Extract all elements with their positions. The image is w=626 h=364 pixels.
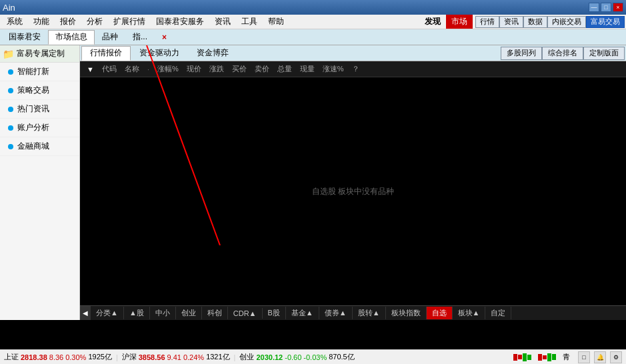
tab-variety[interactable]: 品种: [95, 30, 125, 45]
bottom-tab-sector-index[interactable]: 板块指数: [386, 307, 427, 319]
maximize-button[interactable]: □: [601, 3, 611, 12]
col-change[interactable]: 涨跌: [205, 64, 228, 74]
dot-icon-2: [8, 88, 13, 93]
col-current[interactable]: 现价: [183, 64, 205, 74]
status-hs-change: 9.41: [167, 353, 181, 361]
tab-index[interactable]: 指...: [125, 30, 155, 45]
btn-multi-stock[interactable]: 多股同列: [501, 47, 542, 60]
status-shzhen: 上证 2818.38 8.36 0.30% 1925亿: [4, 352, 112, 362]
menu-item-quote[interactable]: 报价: [55, 15, 81, 29]
sidebar-item-account[interactable]: 账户分析: [0, 119, 79, 137]
btn-custom-layout[interactable]: 定制版面: [583, 47, 625, 60]
bottom-tab-fund[interactable]: 基金▲: [286, 307, 319, 319]
sidebar-folder[interactable]: 📁 富易专属定制: [0, 45, 79, 63]
bottom-tab-category[interactable]: 分类▲: [91, 307, 124, 319]
tab-market-info[interactable]: 市场信息: [48, 30, 95, 45]
col-name[interactable]: 名称: [121, 64, 143, 74]
sidebar-item-hot-news[interactable]: 热门资讯: [0, 100, 79, 119]
bottom-tab-a-stock[interactable]: ▲股: [124, 307, 150, 319]
bottom-tab-bond[interactable]: 债券▲: [319, 307, 353, 319]
sidebar: 📁 富易专属定制 智能打新 策略交易 热门资讯 账户分析 金融商城: [0, 45, 80, 320]
col-headers: ▼ 代码 名称 · 涨幅% 现价 涨跌 买价 卖价 总量 现量 涨速% ？: [80, 61, 626, 77]
menu-item-tools[interactable]: 工具: [236, 15, 263, 29]
sidebar-item-smart-new[interactable]: 智能打新: [0, 63, 79, 81]
folder-icon: 📁: [3, 49, 14, 59]
bottom-tab-sci-tech[interactable]: 科创: [202, 307, 228, 319]
sidebar-item-finance[interactable]: 金融商城: [0, 137, 79, 156]
bottom-tabs: ◀ 分类▲ ▲股 中小 创业 科创 CDR▲ B股 基金▲ 债券▲ 股转▲ 板块…: [80, 305, 626, 320]
status-cy-vol: 870.5亿: [329, 352, 355, 362]
btn-comprehensive-rank[interactable]: 综合排名: [542, 47, 583, 60]
status-bar: 上证 2818.38 8.36 0.30% 1925亿 | 沪深 3858.56…: [0, 349, 626, 364]
dot-icon: [8, 69, 13, 75]
status-cy-value: 2030.12: [256, 353, 283, 361]
btn-quotes[interactable]: 行情: [475, 16, 499, 28]
window-controls: — □ ×: [589, 3, 623, 12]
subtab-quotes[interactable]: 行情报价: [81, 46, 131, 61]
status-sh-label: 上证: [4, 352, 19, 362]
status-mini-btn3[interactable]: ⚙: [610, 351, 622, 363]
col-speed[interactable]: 涨速%: [319, 64, 348, 74]
menu-item-system[interactable]: 系统: [1, 15, 28, 29]
tab-gtja[interactable]: 国泰君安: [1, 30, 48, 45]
status-sh-vol: 1925亿: [88, 352, 111, 362]
col-sell[interactable]: 卖价: [251, 64, 273, 74]
status-hushen: 沪深 3858.56 9.41 0.24% 1321亿: [122, 352, 230, 362]
col-buy[interactable]: 买价: [228, 64, 251, 74]
menu-item-help[interactable]: 帮助: [263, 15, 289, 29]
menu-item-extend[interactable]: 扩展行情: [108, 15, 151, 29]
tab-close[interactable]: ×: [155, 30, 174, 45]
status-sh-value: 2818.38: [21, 353, 47, 361]
dot-icon-3: [8, 107, 13, 112]
bottom-tab-sector[interactable]: 板块▲: [453, 307, 486, 319]
status-hs-pct: 0.24%: [183, 353, 204, 361]
menu-item-market[interactable]: 市场: [446, 15, 473, 29]
menu-item-gtja[interactable]: 国泰君安服务: [151, 15, 209, 29]
second-toolbar: 国泰君安 市场信息 品种 指... ×: [0, 29, 626, 45]
menu-bar: 系统 功能 报价 分析 扩展行情 国泰君安服务 资讯 工具 帮助 发现 市场 行…: [0, 15, 626, 29]
status-sh-change: 8.36: [49, 353, 63, 361]
bottom-tab-b-stock[interactable]: B股: [263, 307, 286, 319]
bottom-tab-custom[interactable]: 自定: [485, 307, 511, 319]
bottom-tab-cdr[interactable]: CDR▲: [228, 308, 263, 319]
menu-item-analysis[interactable]: 分析: [81, 15, 108, 29]
status-hs-value: 3858.56: [139, 353, 165, 361]
close-button[interactable]: ×: [613, 3, 623, 12]
status-sep2: |: [234, 353, 236, 361]
bottom-tab-mid-small[interactable]: 中小: [150, 307, 176, 319]
bottom-tab-transfer[interactable]: 股转▲: [353, 307, 386, 319]
col-pct-change[interactable]: 涨幅%: [153, 64, 183, 74]
subtab-capital-game[interactable]: 资金博弈: [188, 46, 237, 61]
status-cy-label: 创业: [239, 352, 254, 362]
btn-news[interactable]: 资讯: [499, 16, 523, 28]
btn-internal-trade[interactable]: 内嵌交易: [547, 16, 586, 28]
col-code[interactable]: 代码: [98, 64, 121, 74]
status-mini-btn2[interactable]: 🔔: [594, 351, 606, 363]
status-label-qing: 青: [563, 352, 570, 362]
status-chuangye: 创业 2030.12 -0.60 -0.03% 870.5亿: [239, 352, 354, 362]
btn-data[interactable]: 数据: [523, 16, 547, 28]
status-hs-vol: 1321亿: [206, 352, 229, 362]
col-current-vol[interactable]: 现量: [296, 64, 319, 74]
menu-item-function[interactable]: 功能: [28, 15, 55, 29]
status-sep1: |: [116, 353, 118, 361]
dot-icon-4: [8, 125, 13, 131]
title-text: Ain: [3, 3, 15, 13]
btn-easy-trade[interactable]: 富易交易: [586, 16, 625, 28]
bottom-tab-arrow-left[interactable]: ◀: [80, 306, 91, 321]
menu-item-discover[interactable]: 发现: [419, 15, 446, 29]
minimize-button[interactable]: —: [589, 3, 599, 12]
menu-item-news[interactable]: 资讯: [209, 15, 236, 29]
status-cy-pct: -0.03%: [303, 353, 327, 361]
empty-message: 自选股 板块中没有品种: [80, 77, 626, 305]
status-hs-label: 沪深: [122, 352, 137, 362]
col-total-vol[interactable]: 总量: [273, 64, 296, 74]
sidebar-item-strategy[interactable]: 策略交易: [0, 81, 79, 100]
bottom-tab-startup[interactable]: 创业: [176, 307, 202, 319]
status-mini-btn1[interactable]: □: [578, 351, 590, 363]
main-content: 📁 富易专属定制 智能打新 策略交易 热门资讯 账户分析 金融商城: [0, 45, 626, 320]
subtab-capital-force[interactable]: 资金驱动力: [131, 46, 188, 61]
col-sort[interactable]: ▼: [83, 65, 98, 73]
bottom-tab-watchlist[interactable]: 自选: [427, 307, 453, 319]
col-question[interactable]: ？: [348, 64, 363, 74]
